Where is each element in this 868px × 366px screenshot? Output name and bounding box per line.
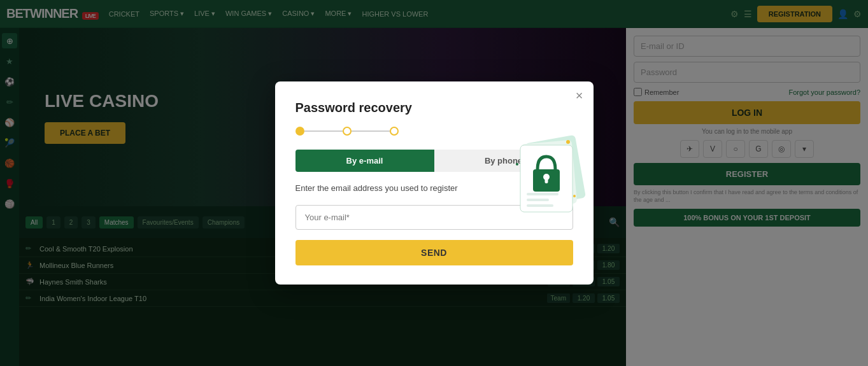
tab-by-email[interactable]: By e-mail xyxy=(295,150,434,172)
tab-by-phone[interactable]: By phone xyxy=(434,150,573,172)
step-3 xyxy=(390,127,399,136)
password-recovery-modal: × Password recovery By e-mail By phone E… xyxy=(275,81,594,285)
step-1 xyxy=(295,127,304,136)
progress-steps xyxy=(295,127,573,136)
modal-title: Password recovery xyxy=(295,101,573,115)
recovery-email-input[interactable] xyxy=(295,205,573,230)
svg-point-8 xyxy=(573,195,576,197)
recovery-description: Enter the email address you used to regi… xyxy=(295,182,573,195)
modal-form: By e-mail By phone Enter the email addre… xyxy=(295,150,573,265)
modal-close-button[interactable]: × xyxy=(576,89,583,102)
step-line-2 xyxy=(352,130,390,132)
modal-overlay: × Password recovery By e-mail By phone E… xyxy=(0,0,868,366)
modal-inner: By e-mail By phone Enter the email addre… xyxy=(295,150,573,265)
send-button[interactable]: SEND xyxy=(295,240,573,265)
step-line-1 xyxy=(304,130,343,132)
recovery-tabs: By e-mail By phone xyxy=(295,150,573,172)
step-2 xyxy=(343,127,352,136)
svg-point-6 xyxy=(566,140,570,144)
